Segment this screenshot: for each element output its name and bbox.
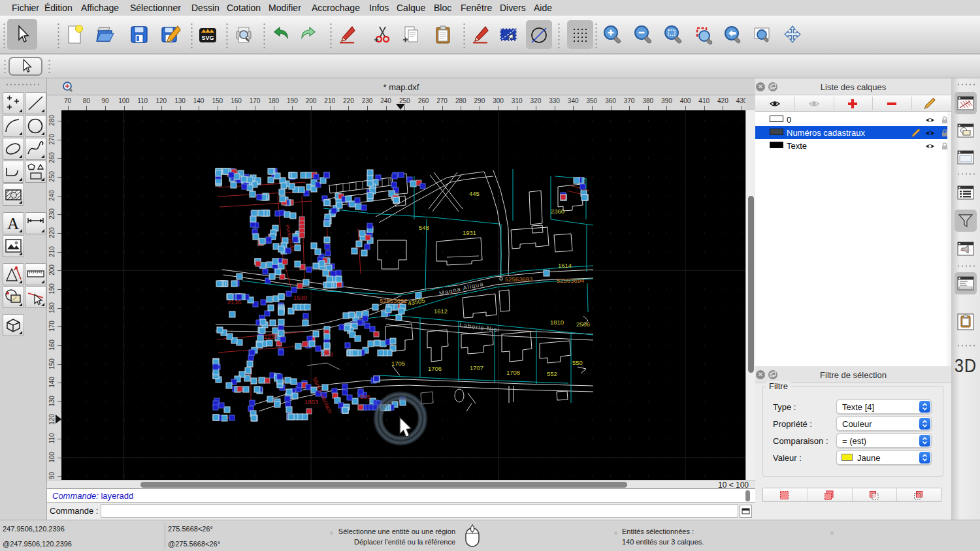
svg-text:2506: 2506: [576, 321, 590, 328]
svg-text:550: 550: [572, 359, 583, 366]
svg-text:1810: 1810: [550, 319, 564, 326]
svg-text:505: 505: [360, 393, 370, 400]
svg-text:1803: 1803: [304, 398, 318, 405]
svg-text:1614: 1614: [558, 262, 572, 269]
svg-text:1612: 1612: [434, 307, 448, 315]
svg-text:1708: 1708: [506, 369, 520, 376]
svg-text:1705: 1705: [391, 360, 405, 367]
svg-text:Minim Veniam: Minim Veniam: [311, 376, 334, 415]
svg-text:52563694: 52563694: [557, 277, 584, 284]
svg-text:52563693: 52563693: [505, 276, 532, 283]
svg-text:SVG: SVG: [201, 35, 214, 41]
svg-text:2360: 2360: [551, 208, 564, 215]
svg-text:Laboris Nisi: Laboris Nisi: [459, 321, 500, 333]
svg-text:52563692: 52563692: [380, 297, 407, 304]
svg-text:1539: 1539: [293, 294, 307, 301]
svg-text:A: A: [7, 215, 19, 232]
svg-text:1703: 1703: [319, 351, 333, 358]
svg-text:445: 445: [469, 190, 480, 197]
svg-text:1707: 1707: [470, 364, 483, 371]
svg-text:548: 548: [419, 224, 429, 231]
svg-text:1931: 1931: [463, 229, 476, 236]
svg-text:2136: 2136: [227, 298, 241, 306]
svg-text:2236: 2236: [264, 333, 278, 340]
svg-text:1706: 1706: [428, 365, 442, 372]
svg-text:552: 552: [547, 370, 557, 377]
